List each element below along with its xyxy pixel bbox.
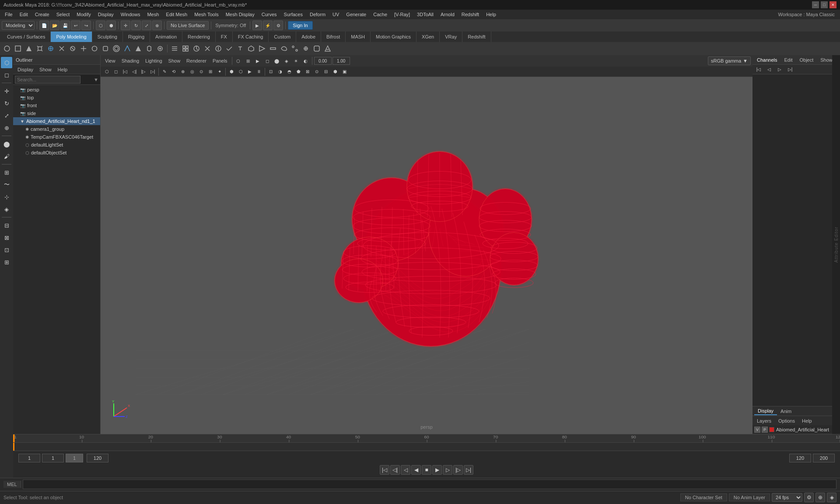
menu-3dtoall[interactable]: 3DToAll: [414, 11, 437, 18]
tab-rigging[interactable]: Rigging: [123, 32, 150, 42]
shelf-icon-12[interactable]: [122, 43, 133, 54]
redo-btn[interactable]: ↪: [81, 21, 91, 30]
menu-arnold[interactable]: Arnold: [438, 11, 458, 18]
vp-sub-17[interactable]: ⏸: [255, 67, 263, 76]
outliner-search-input[interactable]: [15, 76, 80, 84]
vp-menu-view[interactable]: View: [102, 57, 118, 64]
shelf-icon-21[interactable]: [224, 43, 234, 54]
snap-surface-btn[interactable]: ◈: [1, 203, 12, 215]
rotate-btn[interactable]: ↻: [131, 21, 141, 30]
cb-tab-edit[interactable]: Edit: [782, 56, 794, 63]
mode-dropdown[interactable]: Modeling: [2, 21, 35, 30]
undo-btn[interactable]: ↩: [71, 21, 80, 30]
shelf-icon-14[interactable]: [144, 43, 154, 54]
vp-sub-15[interactable]: ⬡: [236, 67, 245, 76]
shelf-icon-10[interactable]: [100, 43, 111, 54]
vp-menu-lighting[interactable]: Lighting: [143, 57, 165, 64]
menu-vray[interactable]: [V-Ray]: [391, 11, 413, 18]
step-back-btn[interactable]: ◁: [401, 465, 410, 475]
tab-vray[interactable]: VRay: [440, 32, 462, 42]
tab-curves-surfaces[interactable]: Curves / Surfaces: [2, 32, 51, 42]
shelf-icon-8[interactable]: [78, 43, 89, 54]
shelf-icon-13[interactable]: [133, 43, 144, 54]
cb-tab-object[interactable]: Object: [798, 56, 815, 63]
shelf-icon-6[interactable]: [56, 43, 67, 54]
shelf-icon-27[interactable]: [290, 43, 300, 54]
start-frame-input[interactable]: [18, 454, 40, 462]
tab-sculpting[interactable]: Sculpting: [92, 32, 123, 42]
outliner-item-defaultlightset[interactable]: ⬡ defaultLightSet: [13, 141, 100, 149]
move-tool-btn[interactable]: ✛: [1, 85, 12, 97]
vp-sub-24[interactable]: ⊟: [322, 67, 330, 76]
step-fwd-btn[interactable]: ▷: [443, 465, 452, 475]
scale-tool-btn[interactable]: ⤢: [1, 110, 12, 121]
shelf-icon-2[interactable]: [13, 43, 23, 54]
tab-rendering[interactable]: Rendering: [182, 32, 216, 42]
layers-menu-item[interactable]: Layers: [754, 417, 774, 424]
outliner-item-defaultobjectset[interactable]: ⬡ defaultObjectSet: [13, 149, 100, 157]
menu-edit[interactable]: Edit: [17, 11, 31, 18]
lasso-btn[interactable]: ⬢: [106, 21, 116, 30]
play-fwd-btn[interactable]: ▶: [432, 465, 442, 475]
vp-sub-5[interactable]: |▷: [139, 67, 148, 76]
cb-icon-3[interactable]: ▷: [775, 65, 784, 74]
cb-icon-2[interactable]: ◁: [765, 65, 774, 74]
vp-sub-22[interactable]: ⊠: [303, 67, 312, 76]
shelf-icon-4[interactable]: [35, 43, 45, 54]
menu-deform[interactable]: Deform: [307, 11, 329, 18]
lasso-tool-btn[interactable]: ◻: [1, 69, 12, 80]
menu-redshift[interactable]: Redshift: [458, 11, 482, 18]
menu-mesh-tools[interactable]: Mesh Tools: [191, 11, 221, 18]
tab-bifrost[interactable]: Bifrost: [321, 32, 346, 42]
vp-sub-18[interactable]: ⊡: [266, 67, 275, 76]
vp-sub-16[interactable]: ▶: [245, 67, 254, 76]
layer-playback-toggle[interactable]: P: [762, 427, 768, 433]
vp-sub-25[interactable]: ⬢: [331, 67, 340, 76]
universal-tool-btn[interactable]: ⊕: [1, 122, 12, 133]
outliner-show-menu[interactable]: Show: [37, 66, 54, 73]
shelf-icon-22[interactable]: [235, 43, 245, 54]
layer-btn4[interactable]: ⊞: [1, 256, 12, 268]
end-frame-input[interactable]: [87, 454, 108, 462]
vp-gamma-input[interactable]: [332, 57, 350, 65]
da-tab-anim[interactable]: Anim: [777, 408, 795, 415]
tab-animation[interactable]: Animation: [150, 32, 182, 42]
menu-curves[interactable]: Curves: [259, 11, 280, 18]
next-key-btn[interactable]: |▷: [453, 465, 463, 475]
vp-sub-11[interactable]: ⊙: [197, 67, 206, 76]
frame-slider-thumb[interactable]: 1: [66, 454, 83, 462]
vp-menu-renderer[interactable]: Renderer: [184, 57, 209, 64]
shelf-icon-19[interactable]: [202, 43, 213, 54]
ipr-btn[interactable]: ⚡: [263, 21, 273, 30]
no-character-set-btn[interactable]: No Character Set: [680, 494, 727, 501]
current-frame-input[interactable]: [42, 454, 64, 462]
menu-create[interactable]: Create: [32, 11, 52, 18]
tab-adobe[interactable]: Adobe: [296, 32, 321, 42]
tab-fx-caching[interactable]: FX Caching: [233, 32, 269, 42]
fps-selector[interactable]: 24 fps: [772, 493, 802, 502]
menu-surfaces[interactable]: Surfaces: [281, 11, 306, 18]
cb-icon-1[interactable]: |◁: [754, 65, 763, 74]
vp-menu-panels[interactable]: Panels: [210, 57, 230, 64]
vp-menu-shading[interactable]: Shading: [119, 57, 142, 64]
rotate-tool-btn[interactable]: ↻: [1, 98, 12, 109]
shelf-icon-28[interactable]: [301, 43, 311, 54]
shelf-icon-25[interactable]: [268, 43, 278, 54]
shelf-icon-20[interactable]: [213, 43, 224, 54]
shelf-icon-23[interactable]: [246, 43, 256, 54]
outliner-item-persp[interactable]: 📷 persp: [13, 86, 100, 94]
menu-mesh-display[interactable]: Mesh Display: [223, 11, 258, 18]
play-back-btn[interactable]: ◀: [411, 465, 421, 475]
open-btn[interactable]: 📂: [50, 21, 60, 30]
settings-btn[interactable]: ⚙: [804, 493, 814, 502]
shelf-icon-18[interactable]: [191, 43, 202, 54]
universal-btn[interactable]: ⊕: [152, 21, 162, 30]
tab-motion-graphics[interactable]: Motion Graphics: [371, 32, 416, 42]
vp-texture-btn[interactable]: ◈: [282, 56, 291, 65]
vp-playblast-btn[interactable]: ▶: [253, 56, 262, 65]
outliner-item-camera-group[interactable]: ✱ camera1_group: [13, 125, 100, 133]
outliner-item-front[interactable]: 📷 front: [13, 102, 100, 109]
prev-key-btn[interactable]: ◁|: [390, 465, 400, 475]
vp-sub-26[interactable]: ▣: [340, 67, 349, 76]
vp-sub-10[interactable]: ◎: [188, 67, 196, 76]
